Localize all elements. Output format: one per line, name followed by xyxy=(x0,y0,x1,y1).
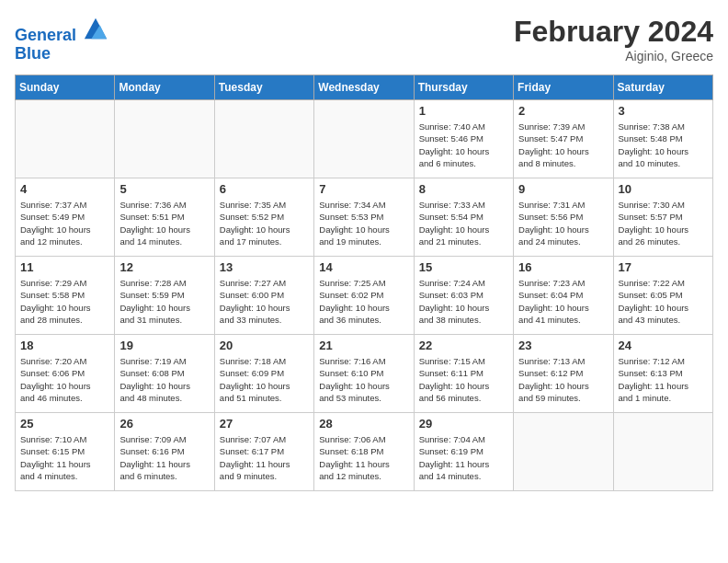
day-info: Sunrise: 7:19 AM Sunset: 6:08 PM Dayligh… xyxy=(119,355,209,404)
day-number: 28 xyxy=(319,417,408,431)
calendar-cell xyxy=(115,100,214,178)
day-info: Sunrise: 7:07 AM Sunset: 6:17 PM Dayligh… xyxy=(220,433,309,482)
calendar-cell: 28Sunrise: 7:06 AM Sunset: 6:18 PM Dayli… xyxy=(314,413,414,491)
week-row-3: 11Sunrise: 7:29 AM Sunset: 5:58 PM Dayli… xyxy=(16,257,713,335)
weekday-header-tuesday: Tuesday xyxy=(214,75,313,100)
location: Aiginio, Greece xyxy=(514,49,713,63)
calendar-cell: 15Sunrise: 7:24 AM Sunset: 6:03 PM Dayli… xyxy=(414,257,513,335)
day-info: Sunrise: 7:13 AM Sunset: 6:12 PM Dayligh… xyxy=(518,355,608,404)
calendar-cell: 7Sunrise: 7:34 AM Sunset: 5:53 PM Daylig… xyxy=(314,178,414,257)
weekday-header-friday: Friday xyxy=(514,75,613,100)
calendar-cell: 21Sunrise: 7:16 AM Sunset: 6:10 PM Dayli… xyxy=(314,335,414,413)
day-number: 25 xyxy=(20,417,109,431)
day-number: 29 xyxy=(419,417,508,431)
day-number: 19 xyxy=(119,339,209,352)
day-number: 16 xyxy=(518,260,608,274)
day-info: Sunrise: 7:39 AM Sunset: 5:47 PM Dayligh… xyxy=(518,121,608,169)
day-number: 7 xyxy=(319,182,408,196)
calendar-cell: 29Sunrise: 7:04 AM Sunset: 6:19 PM Dayli… xyxy=(414,413,513,491)
title-section: February 2024 Aiginio, Greece xyxy=(514,15,713,63)
day-number: 1 xyxy=(419,104,508,118)
day-info: Sunrise: 7:12 AM Sunset: 6:13 PM Dayligh… xyxy=(619,355,708,404)
day-info: Sunrise: 7:18 AM Sunset: 6:09 PM Dayligh… xyxy=(220,355,309,404)
calendar-table: SundayMondayTuesdayWednesdayThursdayFrid… xyxy=(15,75,713,491)
weekday-header-wednesday: Wednesday xyxy=(314,75,414,100)
day-number: 8 xyxy=(419,182,508,196)
logo-text: General xyxy=(15,15,108,45)
calendar-cell: 4Sunrise: 7:37 AM Sunset: 5:49 PM Daylig… xyxy=(16,178,115,257)
weekday-header-sunday: Sunday xyxy=(16,75,115,100)
calendar-cell: 5Sunrise: 7:36 AM Sunset: 5:51 PM Daylig… xyxy=(115,178,214,257)
weekday-header-saturday: Saturday xyxy=(613,75,712,100)
week-row-5: 25Sunrise: 7:10 AM Sunset: 6:15 PM Dayli… xyxy=(16,413,713,491)
calendar-cell: 24Sunrise: 7:12 AM Sunset: 6:13 PM Dayli… xyxy=(613,335,712,413)
calendar-cell: 18Sunrise: 7:20 AM Sunset: 6:06 PM Dayli… xyxy=(16,335,115,413)
day-info: Sunrise: 7:29 AM Sunset: 5:58 PM Dayligh… xyxy=(20,277,109,326)
day-info: Sunrise: 7:04 AM Sunset: 6:19 PM Dayligh… xyxy=(419,433,508,482)
calendar-cell xyxy=(514,413,613,491)
calendar-cell: 6Sunrise: 7:35 AM Sunset: 5:52 PM Daylig… xyxy=(214,178,313,257)
day-info: Sunrise: 7:35 AM Sunset: 5:52 PM Dayligh… xyxy=(220,199,309,247)
calendar-cell: 11Sunrise: 7:29 AM Sunset: 5:58 PM Dayli… xyxy=(16,257,115,335)
day-info: Sunrise: 7:16 AM Sunset: 6:10 PM Dayligh… xyxy=(319,355,408,404)
day-info: Sunrise: 7:34 AM Sunset: 5:53 PM Dayligh… xyxy=(319,199,408,247)
calendar-cell: 20Sunrise: 7:18 AM Sunset: 6:09 PM Dayli… xyxy=(214,335,313,413)
day-number: 2 xyxy=(518,104,608,118)
day-info: Sunrise: 7:40 AM Sunset: 5:46 PM Dayligh… xyxy=(419,121,508,169)
day-info: Sunrise: 7:23 AM Sunset: 6:04 PM Dayligh… xyxy=(518,277,608,326)
day-number: 4 xyxy=(20,182,109,196)
logo: General Blue xyxy=(15,15,108,63)
calendar-cell: 10Sunrise: 7:30 AM Sunset: 5:57 PM Dayli… xyxy=(613,178,712,257)
calendar-cell: 23Sunrise: 7:13 AM Sunset: 6:12 PM Dayli… xyxy=(514,335,613,413)
calendar-cell: 25Sunrise: 7:10 AM Sunset: 6:15 PM Dayli… xyxy=(16,413,115,491)
day-number: 14 xyxy=(319,260,408,274)
day-info: Sunrise: 7:20 AM Sunset: 6:06 PM Dayligh… xyxy=(20,355,109,404)
calendar-cell: 17Sunrise: 7:22 AM Sunset: 6:05 PM Dayli… xyxy=(613,257,712,335)
weekday-header-monday: Monday xyxy=(115,75,214,100)
month-title: February 2024 xyxy=(514,15,713,49)
day-number: 3 xyxy=(619,104,708,118)
calendar-cell: 2Sunrise: 7:39 AM Sunset: 5:47 PM Daylig… xyxy=(514,100,613,178)
calendar-cell xyxy=(314,100,414,178)
day-number: 18 xyxy=(20,339,109,352)
day-info: Sunrise: 7:06 AM Sunset: 6:18 PM Dayligh… xyxy=(319,433,408,482)
day-number: 12 xyxy=(119,260,209,274)
calendar-cell xyxy=(16,100,115,178)
week-row-4: 18Sunrise: 7:20 AM Sunset: 6:06 PM Dayli… xyxy=(16,335,713,413)
calendar-cell: 26Sunrise: 7:09 AM Sunset: 6:16 PM Dayli… xyxy=(115,413,214,491)
day-info: Sunrise: 7:36 AM Sunset: 5:51 PM Dayligh… xyxy=(119,199,209,247)
calendar-cell: 12Sunrise: 7:28 AM Sunset: 5:59 PM Dayli… xyxy=(115,257,214,335)
calendar-cell xyxy=(613,413,712,491)
day-number: 11 xyxy=(20,260,109,274)
week-row-1: 1Sunrise: 7:40 AM Sunset: 5:46 PM Daylig… xyxy=(16,100,713,178)
day-number: 15 xyxy=(419,260,508,274)
day-number: 21 xyxy=(319,339,408,352)
page-header: General Blue February 2024 Aiginio, Gree… xyxy=(15,15,713,63)
calendar-cell xyxy=(214,100,313,178)
day-info: Sunrise: 7:09 AM Sunset: 6:16 PM Dayligh… xyxy=(119,433,209,482)
calendar-cell: 1Sunrise: 7:40 AM Sunset: 5:46 PM Daylig… xyxy=(414,100,513,178)
day-number: 24 xyxy=(619,339,708,352)
logo-icon xyxy=(83,15,108,40)
calendar-cell: 16Sunrise: 7:23 AM Sunset: 6:04 PM Dayli… xyxy=(514,257,613,335)
day-number: 27 xyxy=(220,417,309,431)
day-number: 10 xyxy=(619,182,708,196)
day-info: Sunrise: 7:24 AM Sunset: 6:03 PM Dayligh… xyxy=(419,277,508,326)
day-number: 5 xyxy=(119,182,209,196)
day-info: Sunrise: 7:27 AM Sunset: 6:00 PM Dayligh… xyxy=(220,277,309,326)
logo-text2: Blue xyxy=(15,45,108,63)
calendar-cell: 8Sunrise: 7:33 AM Sunset: 5:54 PM Daylig… xyxy=(414,178,513,257)
day-info: Sunrise: 7:38 AM Sunset: 5:48 PM Dayligh… xyxy=(619,121,708,169)
calendar-cell: 27Sunrise: 7:07 AM Sunset: 6:17 PM Dayli… xyxy=(214,413,313,491)
week-row-2: 4Sunrise: 7:37 AM Sunset: 5:49 PM Daylig… xyxy=(16,178,713,257)
day-number: 6 xyxy=(220,182,309,196)
day-info: Sunrise: 7:22 AM Sunset: 6:05 PM Dayligh… xyxy=(619,277,708,326)
day-info: Sunrise: 7:30 AM Sunset: 5:57 PM Dayligh… xyxy=(619,199,708,247)
day-info: Sunrise: 7:15 AM Sunset: 6:11 PM Dayligh… xyxy=(419,355,508,404)
day-info: Sunrise: 7:33 AM Sunset: 5:54 PM Dayligh… xyxy=(419,199,508,247)
day-number: 22 xyxy=(419,339,508,352)
calendar-cell: 13Sunrise: 7:27 AM Sunset: 6:00 PM Dayli… xyxy=(214,257,313,335)
calendar-cell: 3Sunrise: 7:38 AM Sunset: 5:48 PM Daylig… xyxy=(613,100,712,178)
day-number: 20 xyxy=(220,339,309,352)
weekday-header-thursday: Thursday xyxy=(414,75,513,100)
